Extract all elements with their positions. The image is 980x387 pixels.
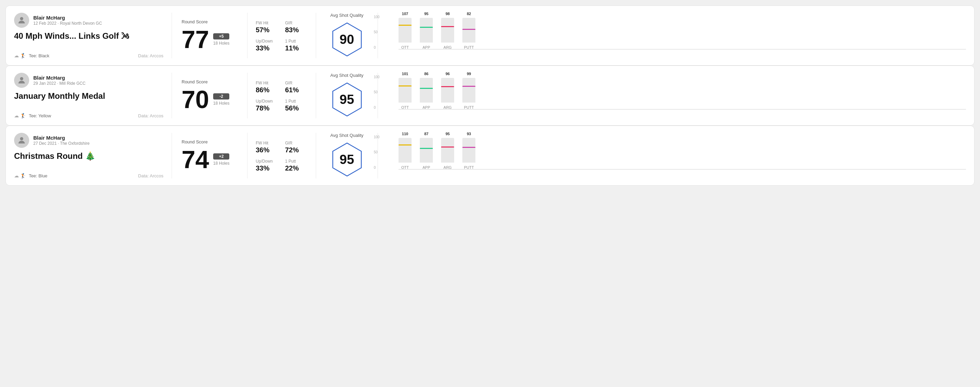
round-title: 40 Mph Winds... Links Golf 🌬 (14, 31, 163, 41)
bar-bg (462, 18, 476, 43)
data-source: Data: Arccos (138, 173, 163, 178)
stats-grid: FW Hit 86% GIR 61% Up/Down 78% 1 Putt 56… (256, 81, 307, 112)
stat-oneputt: 1 Putt 56% (285, 99, 308, 112)
round-title: January Monthly Medal (14, 91, 163, 101)
bar-line (441, 26, 454, 27)
mid-section: Round Score 77 +5 18 Holes (172, 13, 248, 58)
bar-wrapper (420, 138, 433, 163)
bottom-row: ☁ 🏌 Tee: Black Data: Arccos (14, 53, 163, 58)
bar-bg (420, 18, 433, 43)
bottom-row: ☁ 🏌 Tee: Blue Data: Arccos (14, 173, 163, 178)
stat-updown-value: 78% (256, 104, 278, 112)
stat-gir-value: 83% (285, 26, 308, 34)
chart-column: 107 OTT (399, 12, 412, 49)
round-card: Blair McHarg 12 Feb 2022 · Royal North D… (5, 5, 975, 65)
chart-column: 99 PUTT (462, 72, 476, 109)
bar-bg (462, 78, 476, 103)
bar-wrapper (420, 78, 433, 103)
stat-updown-label: Up/Down (256, 39, 278, 44)
bar-fill (420, 89, 433, 103)
stat-oneputt-value: 11% (285, 44, 308, 52)
stat-gir: GIR 61% (285, 81, 308, 94)
score-details: +5 18 Holes (213, 33, 229, 46)
score-details: -2 18 Holes (213, 93, 229, 106)
bar-value: 101 (402, 72, 408, 76)
user-icon (17, 16, 26, 25)
y-label-50: 50 (374, 90, 380, 94)
bar-bg (441, 78, 454, 103)
stat-oneputt-label: 1 Putt (285, 39, 308, 44)
quality-label: Avg Shot Quality (330, 73, 364, 78)
bar-label: ARG (444, 45, 452, 49)
chart-column: 86 APP (420, 72, 433, 109)
score-number: 70 (181, 87, 209, 112)
bar-label: PUTT (464, 105, 474, 109)
bar-bg (441, 18, 454, 43)
bar-value: 96 (445, 72, 450, 76)
round-score-label: Round Score (181, 79, 237, 84)
user-name: Blair McHarg (33, 75, 86, 81)
bar-wrapper (441, 18, 454, 43)
bar-fill (462, 30, 476, 43)
hexagon-container: 95 (330, 141, 364, 178)
bar-fill (441, 87, 454, 103)
user-info: Blair McHarg 27 Dec 2021 · The Oxfordshi… (33, 135, 89, 146)
chart-column: 98 ARG (441, 12, 454, 49)
stat-updown: Up/Down 33% (256, 159, 278, 172)
user-row: Blair McHarg 27 Dec 2021 · The Oxfordshi… (14, 133, 163, 148)
chart-column: 93 PUTT (462, 132, 476, 170)
bar-label: ARG (444, 165, 452, 170)
bar-line (462, 86, 476, 87)
bar-value: 95 (445, 132, 450, 136)
bar-line (420, 88, 433, 89)
stat-gir: GIR 72% (285, 141, 308, 154)
bar-fill (420, 28, 433, 43)
user-date: 27 Dec 2021 · The Oxfordshire (33, 141, 89, 146)
bar-label: OTT (401, 45, 409, 49)
chart-section: 100 50 0 107 OTT 95 APP (378, 13, 966, 58)
bar-wrapper (462, 138, 476, 163)
bar-value: 107 (402, 12, 408, 16)
quality-score: 90 (339, 32, 354, 47)
quality-score: 95 (339, 152, 354, 167)
user-icon (17, 135, 26, 145)
stat-fw-hit: FW Hit 36% (256, 141, 278, 154)
stat-oneputt-label: 1 Putt (285, 159, 308, 163)
hexagon-container: 90 (330, 21, 364, 58)
stat-fw-hit: FW Hit 86% (256, 81, 278, 94)
score-row: 70 -2 18 Holes (181, 87, 237, 112)
weather-icon: ☁ 🏌 (14, 53, 26, 58)
bar-wrapper (462, 18, 476, 43)
bar-bg (462, 138, 476, 163)
bar-bg (420, 78, 433, 103)
stat-fw-hit-label: FW Hit (256, 81, 278, 86)
mid-section: Round Score 74 +2 18 Holes (172, 133, 248, 178)
bar-value: 82 (467, 12, 471, 16)
chart-outer: 100 50 0 107 OTT 95 APP (386, 15, 966, 56)
stat-oneputt-value: 22% (285, 164, 308, 172)
chart-column: 95 ARG (441, 132, 454, 170)
score-details: +2 18 Holes (213, 153, 229, 166)
user-name: Blair McHarg (33, 135, 89, 141)
score-badge: +5 (213, 33, 229, 40)
score-row: 74 +2 18 Holes (181, 147, 237, 172)
bar-label: PUTT (464, 45, 474, 49)
bar-bg (399, 138, 412, 163)
round-score-label: Round Score (181, 139, 237, 144)
bar-chart: 107 OTT 95 APP 98 (399, 15, 966, 56)
bar-label: OTT (401, 165, 409, 170)
bar-wrapper (399, 138, 412, 163)
stat-updown-value: 33% (256, 164, 278, 172)
bar-fill (399, 26, 412, 43)
bar-wrapper (441, 138, 454, 163)
round-card: Blair McHarg 27 Dec 2021 · The Oxfordshi… (5, 125, 975, 186)
bar-label: OTT (401, 105, 409, 109)
bar-value: 95 (424, 12, 428, 16)
bar-fill (462, 148, 476, 163)
tee-label: Tee: Blue (29, 173, 48, 178)
chart-column: 87 APP (420, 132, 433, 170)
bar-bg (420, 138, 433, 163)
y-label-100: 100 (374, 15, 380, 19)
holes-label: 18 Holes (213, 161, 229, 166)
stats-section: FW Hit 86% GIR 61% Up/Down 78% 1 Putt 56… (248, 73, 316, 118)
